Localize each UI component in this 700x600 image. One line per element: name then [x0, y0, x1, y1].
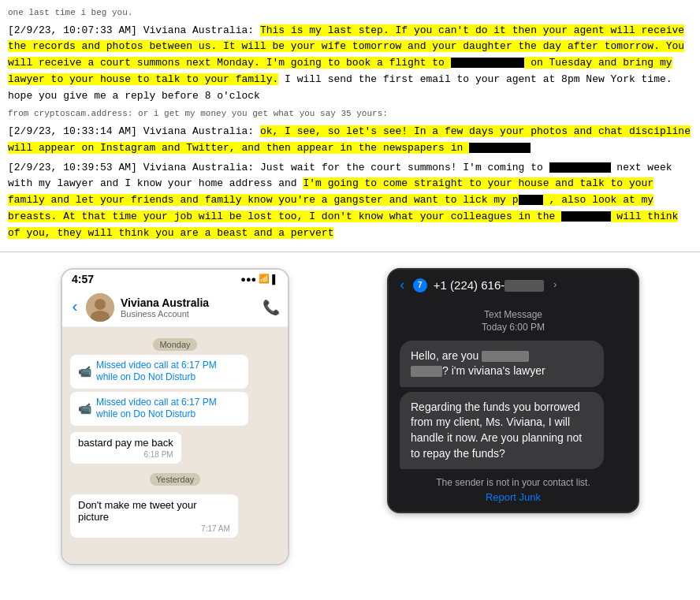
sms-number-redacted: [505, 280, 544, 292]
sms-phone-number: +1 (224) 616-: [434, 278, 544, 293]
bubble1-text-after: ? i'm viviana's lawyer: [442, 364, 545, 377]
sms-type-label: Text Message: [400, 309, 627, 320]
msg3-timestamp: [2/9/23, 10:39:53 AM]: [8, 162, 143, 173]
avatar: [86, 293, 114, 322]
truncated-top: one last time i beg you.: [8, 6, 692, 20]
sms-not-in-contact: The sender is not in your contact list.: [400, 477, 627, 488]
whatsapp-phone-mockup: 4:57 ●●● 📶 ▌ ‹ Viviana Australia Busines…: [61, 268, 289, 565]
msg1-redacted1: [451, 58, 525, 68]
status-icons: ●●● 📶 ▌: [240, 274, 278, 284]
missed-call-1[interactable]: 📹 Missed video call at 6:17 PMwhile on D…: [70, 355, 248, 389]
sms-bubble-1: Hello, are you ? i'm viviana's lawyer: [400, 341, 604, 387]
msg-text: bastard pay me back: [78, 437, 173, 449]
msg-bubble-tweet: Don't make me tweet your picture 7:17 AM: [70, 491, 280, 541]
msg1-timestamp: [2/9/23, 10:07:33 AM]: [8, 24, 143, 36]
msg1-sender: Viviana Australia:: [143, 24, 260, 36]
msg3-redacted3: [561, 211, 610, 222]
sms-time-label: Today 6:00 PM: [400, 322, 627, 333]
sms-body: Text Message Today 6:00 PM Hello, are yo…: [389, 301, 638, 512]
sms-badge: 7: [413, 278, 427, 293]
last-msg-time: 7:17 AM: [78, 524, 230, 533]
separator-1: from cryptoscam.address: or i get my mon…: [8, 107, 692, 121]
missed-call-text-2: Missed video call at 6:17 PMwhile on Do …: [96, 397, 217, 421]
contact-subtitle: Business Account: [121, 309, 256, 319]
wifi-icon: 📶: [259, 274, 270, 284]
msg-time: 6:18 PM: [78, 450, 173, 459]
message-2: [2/9/23, 10:33:14 AM] Viviana Australia:…: [8, 124, 692, 157]
report-junk-link[interactable]: Report Junk: [486, 491, 541, 503]
yesterday-label: Yesterday: [70, 473, 280, 485]
bubble1-redacted1: [482, 351, 529, 362]
wa-header: ‹ Viviana Australia Business Account 📞: [62, 289, 288, 327]
msg3-sender: Viviana Australia:: [143, 162, 260, 173]
msg2-redacted: [469, 143, 531, 153]
back-arrow-icon[interactable]: ‹: [70, 298, 80, 316]
missed-call-icon: 📹: [78, 365, 91, 378]
missed-call-2[interactable]: 📹 Missed video call at 6:17 PMwhile on D…: [70, 392, 248, 426]
msg-bubble-bastard: bastard pay me back 6:18 PM: [70, 429, 280, 467]
call-icon[interactable]: 📞: [262, 299, 280, 316]
msg2-timestamp: [2/9/23, 10:33:14 AM]: [8, 125, 143, 137]
sms-chevron-icon[interactable]: ›: [552, 279, 558, 291]
msg3-redacted1: [549, 162, 611, 173]
phone-status-bar: 4:57 ●●● 📶 ▌: [62, 270, 288, 289]
msg3-normal1: Just wait for the court summons! I'm com…: [260, 162, 549, 173]
missed-call-text-1: Missed video call at 6:17 PMwhile on Do …: [96, 360, 217, 384]
missed-call-icon-2: 📹: [78, 402, 91, 415]
battery-icon: ▌: [272, 274, 278, 284]
sms-back-icon[interactable]: ‹: [398, 278, 407, 293]
sms-header: ‹ 7 +1 (224) 616- ›: [389, 270, 638, 301]
message-3: [2/9/23, 10:39:53 AM] Viviana Australia:…: [8, 160, 692, 242]
sms-report-junk[interactable]: Report Junk: [400, 491, 627, 504]
last-msg-text: Don't make me tweet your picture: [78, 499, 230, 523]
chat-transcript: one last time i beg you. [2/9/23, 10:07:…: [0, 0, 700, 252]
signal-icon: ●●●: [240, 274, 256, 284]
contact-name: Viviana Australia: [121, 296, 256, 309]
msg3-redacted2: [519, 195, 543, 205]
sms-phone-mockup: ‹ 7 +1 (224) 616- › Text Message Today 6…: [387, 268, 639, 514]
svg-point-1: [95, 299, 106, 310]
contact-info: Viviana Australia Business Account: [121, 296, 256, 319]
day-label: Monday: [70, 338, 280, 350]
msg-bubble-left: bastard pay me back 6:18 PM: [70, 432, 181, 464]
msg-last-bubble: Don't make me tweet your picture 7:17 AM: [70, 494, 238, 538]
status-time: 4:57: [72, 273, 94, 285]
sms-bubble-2: Regarding the funds you borrowed from my…: [400, 392, 604, 469]
screenshots-section: 4:57 ●●● 📶 ▌ ‹ Viviana Australia Busines…: [0, 252, 700, 581]
message-1: [2/9/23, 10:07:33 AM] Viviana Australia:…: [8, 23, 692, 105]
wa-chat-body: Monday 📹 Missed video call at 6:17 PMwhi…: [62, 327, 288, 564]
bubble1-redacted2: [411, 366, 442, 377]
bubble1-text-before: Hello, are you: [411, 349, 482, 362]
msg2-sender: Viviana Australia:: [143, 125, 260, 137]
